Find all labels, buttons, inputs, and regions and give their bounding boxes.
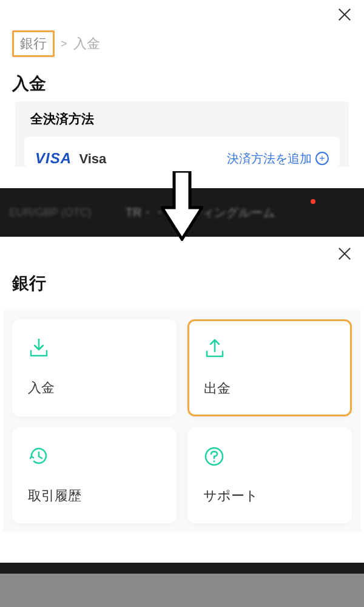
payment-card-visa[interactable]: VISA Visa 決済方法を追加 + [24,137,340,167]
breadcrumb-bank[interactable]: 銀行 [12,30,55,57]
page-title-bank: 銀行 [0,242,364,310]
svg-point-1 [214,461,215,463]
close-button-bottom[interactable] [336,245,353,262]
footer-bar-dark [0,563,364,574]
top-panel: 銀行 > 入金 入金 全決済方法 VISA Visa 決済方法を追加 + [0,0,364,188]
page-title-deposit: 入金 [0,57,364,101]
footer-bar-gray [0,574,364,607]
tile-deposit[interactable]: 入金 [12,319,177,416]
plus-circle-icon: + [315,152,329,165]
visa-container: VISA Visa [35,150,106,167]
download-icon [28,337,50,359]
breadcrumb-separator-icon: > [61,38,67,50]
breadcrumb: 銀行 > 入金 [0,0,364,57]
add-payment-label: 決済方法を追加 [227,151,312,167]
visa-label: Visa [79,151,106,166]
upload-icon [204,338,226,360]
visa-logo-icon: VISA [35,150,72,166]
payment-methods-header: 全決済方法 [15,110,349,137]
tile-withdraw-label: 出金 [204,379,335,398]
tile-history[interactable]: 取引履歴 [12,427,177,523]
bank-tile-grid: 入金 出金 取引履歴 [3,310,361,532]
breadcrumb-deposit: 入金 [73,35,100,53]
close-button-top[interactable] [336,6,353,23]
question-icon [203,446,225,467]
down-arrow-icon [161,171,203,243]
tile-support-label: サポート [203,487,336,505]
bottom-panel: 銀行 入金 出金 [0,237,364,532]
tile-history-label: 取引履歴 [28,487,161,505]
tile-support[interactable]: サポート [187,427,352,523]
notification-badge-icon [311,199,315,204]
tile-withdraw[interactable]: 出金 [187,319,352,416]
history-icon [28,446,50,467]
tile-deposit-label: 入金 [28,379,161,397]
close-icon [336,6,353,23]
add-payment-button[interactable]: 決済方法を追加 + [227,151,329,167]
close-icon [336,245,353,262]
currency-pair-label: EUR/GBP (OTC) [9,206,92,219]
payment-methods-section: 全決済方法 VISA Visa 決済方法を追加 + [15,101,349,167]
